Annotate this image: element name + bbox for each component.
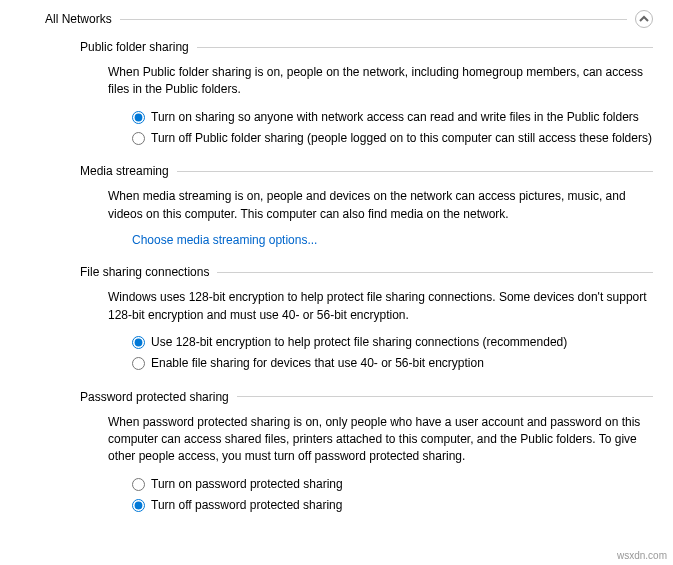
section-media-streaming: Media streaming When media streaming is …	[80, 164, 653, 247]
radio-password-sharing-on[interactable]: Turn on password protected sharing	[132, 476, 653, 493]
section-public-folder-sharing: Public folder sharing When Public folder…	[80, 40, 653, 146]
section-title: File sharing connections	[80, 265, 217, 279]
section-title: Password protected sharing	[80, 390, 237, 404]
section-header: Media streaming	[80, 164, 653, 178]
section-title: Media streaming	[80, 164, 177, 178]
advanced-sharing-panel: All Networks Public folder sharing When …	[0, 0, 673, 551]
section-header: File sharing connections	[80, 265, 653, 279]
section-title: Public folder sharing	[80, 40, 197, 54]
divider	[217, 272, 653, 273]
divider	[120, 19, 627, 20]
section-header: Public folder sharing	[80, 40, 653, 54]
radio-public-sharing-on[interactable]: Turn on sharing so anyone with network a…	[132, 109, 653, 126]
section-header: Password protected sharing	[80, 390, 653, 404]
radio-label: Turn on sharing so anyone with network a…	[151, 109, 639, 126]
link-media-streaming-options[interactable]: Choose media streaming options...	[132, 233, 317, 247]
section-file-sharing-connections: File sharing connections Windows uses 12…	[80, 265, 653, 371]
radio-input[interactable]	[132, 132, 145, 145]
section-description: Windows uses 128-bit encryption to help …	[108, 289, 653, 324]
radio-input[interactable]	[132, 336, 145, 349]
section-description: When password protected sharing is on, o…	[108, 414, 653, 466]
divider	[237, 396, 653, 397]
radio-label: Turn on password protected sharing	[151, 476, 343, 493]
divider	[177, 171, 653, 172]
section-password-protected-sharing: Password protected sharing When password…	[80, 390, 653, 514]
radio-label: Enable file sharing for devices that use…	[151, 355, 484, 372]
collapse-button[interactable]	[635, 10, 653, 28]
watermark: wsxdn.com	[617, 550, 667, 551]
radio-public-sharing-off[interactable]: Turn off Public folder sharing (people l…	[132, 130, 653, 147]
profile-title: All Networks	[45, 12, 120, 26]
profile-header: All Networks	[45, 10, 653, 28]
radio-password-sharing-off[interactable]: Turn off password protected sharing	[132, 497, 653, 514]
radio-label: Turn off password protected sharing	[151, 497, 342, 514]
section-description: When Public folder sharing is on, people…	[108, 64, 653, 99]
radio-4056bit-encryption[interactable]: Enable file sharing for devices that use…	[132, 355, 653, 372]
radio-label: Turn off Public folder sharing (people l…	[151, 130, 652, 147]
radio-input[interactable]	[132, 111, 145, 124]
radio-input[interactable]	[132, 478, 145, 491]
chevron-up-icon	[639, 14, 649, 24]
section-description: When media streaming is on, people and d…	[108, 188, 653, 223]
radio-128bit-encryption[interactable]: Use 128-bit encryption to help protect f…	[132, 334, 653, 351]
radio-input[interactable]	[132, 499, 145, 512]
radio-label: Use 128-bit encryption to help protect f…	[151, 334, 567, 351]
divider	[197, 47, 653, 48]
radio-input[interactable]	[132, 357, 145, 370]
